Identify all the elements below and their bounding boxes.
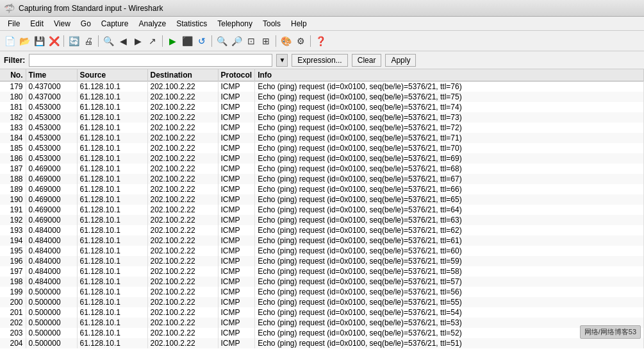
table-row[interactable]: 1800.43700061.128.10.1202.100.2.22ICMPEc… bbox=[0, 92, 644, 102]
forward-button[interactable]: ▶ bbox=[131, 34, 145, 48]
table-row[interactable]: 1810.45300061.128.10.1202.100.2.22ICMPEc… bbox=[0, 102, 644, 112]
table-row[interactable]: 1910.46900061.128.10.1202.100.2.22ICMPEc… bbox=[0, 205, 644, 215]
cell-source: 61.128.10.1 bbox=[77, 338, 147, 348]
table-row[interactable]: 1990.50000061.128.10.1202.100.2.22ICMPEc… bbox=[0, 287, 644, 297]
table-row[interactable]: 1820.45300061.128.10.1202.100.2.22ICMPEc… bbox=[0, 112, 644, 123]
cell-protocol: ICMP bbox=[218, 133, 255, 143]
capture-restart-button[interactable]: ↺ bbox=[195, 34, 209, 48]
prefs-button[interactable]: ⚙ bbox=[293, 34, 308, 48]
table-row[interactable]: 2020.50000061.128.10.1202.100.2.22ICMPEc… bbox=[0, 318, 644, 328]
cell-destination: 202.100.2.22 bbox=[147, 184, 218, 194]
capture-stop-button[interactable]: ⬛ bbox=[180, 34, 194, 48]
cell-time: 0.500000 bbox=[26, 287, 77, 297]
cell-no: 202 bbox=[0, 318, 26, 328]
menu-help[interactable]: Help bbox=[286, 18, 312, 30]
cell-info: Echo (ping) request (id=0x0100, seq(be/l… bbox=[255, 143, 644, 153]
coloring-button[interactable]: 🎨 bbox=[279, 34, 293, 48]
cell-protocol: ICMP bbox=[218, 143, 255, 153]
clear-button[interactable]: Clear bbox=[352, 54, 382, 67]
resize-columns-button[interactable]: ⊞ bbox=[259, 34, 273, 48]
cell-protocol: ICMP bbox=[218, 81, 255, 92]
zoom-in-button[interactable]: 🔍 bbox=[215, 34, 229, 48]
cell-time: 0.469000 bbox=[26, 164, 77, 174]
zoom-reset-button[interactable]: ⊡ bbox=[244, 34, 258, 48]
close-button[interactable]: ❌ bbox=[47, 34, 61, 48]
cell-no: 182 bbox=[0, 112, 26, 123]
table-row[interactable]: 1960.48400061.128.10.1202.100.2.22ICMPEc… bbox=[0, 256, 644, 266]
menu-tools[interactable]: Tools bbox=[258, 18, 286, 30]
table-row[interactable]: 1980.48400061.128.10.1202.100.2.22ICMPEc… bbox=[0, 277, 644, 287]
table-row[interactable]: 2030.50000061.128.10.1202.100.2.22ICMPEc… bbox=[0, 328, 644, 338]
cell-source: 61.128.10.1 bbox=[77, 266, 147, 277]
find-button[interactable]: 🔍 bbox=[101, 34, 115, 48]
cell-time: 0.484000 bbox=[26, 277, 77, 287]
cell-info: Echo (ping) request (id=0x0100, seq(be/l… bbox=[255, 277, 644, 287]
cell-info: Echo (ping) request (id=0x0100, seq(be/l… bbox=[255, 297, 644, 307]
cell-destination: 202.100.2.22 bbox=[147, 205, 218, 215]
col-header-info: Info bbox=[255, 69, 644, 81]
menu-edit[interactable]: Edit bbox=[25, 18, 49, 30]
table-row[interactable]: 1930.48400061.128.10.1202.100.2.22ICMPEc… bbox=[0, 225, 644, 235]
table-row[interactable]: 1850.45300061.128.10.1202.100.2.22ICMPEc… bbox=[0, 143, 644, 153]
cell-protocol: ICMP bbox=[218, 287, 255, 297]
goto-button[interactable]: ↗ bbox=[145, 34, 160, 48]
table-row[interactable]: 1940.48400061.128.10.1202.100.2.22ICMPEc… bbox=[0, 235, 644, 246]
table-row[interactable]: 1950.48400061.128.10.1202.100.2.22ICMPEc… bbox=[0, 246, 644, 256]
cell-protocol: ICMP bbox=[218, 328, 255, 338]
table-row[interactable]: 1970.48400061.128.10.1202.100.2.22ICMPEc… bbox=[0, 266, 644, 277]
col-header-source: Source bbox=[77, 69, 147, 81]
capture-start-button[interactable]: ▶ bbox=[165, 34, 179, 48]
table-row[interactable]: 1870.46900061.128.10.1202.100.2.22ICMPEc… bbox=[0, 164, 644, 174]
reload-button[interactable]: 🔄 bbox=[67, 34, 81, 48]
cell-destination: 202.100.2.22 bbox=[147, 307, 218, 318]
sep1 bbox=[63, 35, 64, 47]
table-row[interactable]: 1840.45300061.128.10.1202.100.2.22ICMPEc… bbox=[0, 133, 644, 143]
save-button[interactable]: 💾 bbox=[32, 34, 46, 48]
table-body: 1790.43700061.128.10.1202.100.2.22ICMPEc… bbox=[0, 81, 644, 349]
table-row[interactable]: 2040.50000061.128.10.1202.100.2.22ICMPEc… bbox=[0, 338, 644, 348]
help-toolbar-button[interactable]: ❓ bbox=[313, 34, 327, 48]
cell-no: 189 bbox=[0, 184, 26, 194]
open-button[interactable]: 📂 bbox=[17, 34, 31, 48]
menu-go[interactable]: Go bbox=[76, 18, 96, 30]
cell-source: 61.128.10.1 bbox=[77, 92, 147, 102]
new-button[interactable]: 📄 bbox=[3, 34, 17, 48]
menu-telephony[interactable]: Telephony bbox=[212, 18, 258, 30]
cell-info: Echo (ping) request (id=0x0100, seq(be/l… bbox=[255, 235, 644, 246]
menu-analyze[interactable]: Analyze bbox=[134, 18, 172, 30]
col-header-destination: Destination bbox=[147, 69, 218, 81]
menu-statistics[interactable]: Statistics bbox=[171, 18, 212, 30]
cell-destination: 202.100.2.22 bbox=[147, 174, 218, 184]
cell-source: 61.128.10.1 bbox=[77, 307, 147, 318]
cell-source: 61.128.10.1 bbox=[77, 143, 147, 153]
table-row[interactable]: 1920.46900061.128.10.1202.100.2.22ICMPEc… bbox=[0, 215, 644, 225]
cell-destination: 202.100.2.22 bbox=[147, 338, 218, 348]
expression-button[interactable]: Expression... bbox=[292, 54, 347, 67]
table-row[interactable]: 1880.46900061.128.10.1202.100.2.22ICMPEc… bbox=[0, 174, 644, 184]
col-header-no: No. bbox=[0, 69, 26, 81]
cell-protocol: ICMP bbox=[218, 215, 255, 225]
cell-protocol: ICMP bbox=[218, 235, 255, 246]
filter-input[interactable] bbox=[29, 54, 272, 67]
packet-table[interactable]: No. Time Source Destination Protocol Inf… bbox=[0, 69, 644, 358]
cell-no: 183 bbox=[0, 123, 26, 133]
table-row[interactable]: 2000.50000061.128.10.1202.100.2.22ICMPEc… bbox=[0, 297, 644, 307]
cell-protocol: ICMP bbox=[218, 92, 255, 102]
menu-capture[interactable]: Capture bbox=[96, 18, 134, 30]
table-row[interactable]: 1890.46900061.128.10.1202.100.2.22ICMPEc… bbox=[0, 184, 644, 194]
cell-protocol: ICMP bbox=[218, 318, 255, 328]
menu-view[interactable]: View bbox=[49, 18, 76, 30]
back-button[interactable]: ◀ bbox=[116, 34, 130, 48]
print-button[interactable]: 🖨 bbox=[81, 34, 95, 48]
table-row[interactable]: 1830.45300061.128.10.1202.100.2.22ICMPEc… bbox=[0, 123, 644, 133]
cell-no: 195 bbox=[0, 246, 26, 256]
table-row[interactable]: 2010.50000061.128.10.1202.100.2.22ICMPEc… bbox=[0, 307, 644, 318]
apply-button[interactable]: Apply bbox=[385, 54, 416, 67]
cell-no: 185 bbox=[0, 143, 26, 153]
table-row[interactable]: 1900.46900061.128.10.1202.100.2.22ICMPEc… bbox=[0, 194, 644, 205]
menu-file[interactable]: File bbox=[3, 18, 25, 30]
zoom-out-button[interactable]: 🔎 bbox=[229, 34, 244, 48]
table-row[interactable]: 1790.43700061.128.10.1202.100.2.22ICMPEc… bbox=[0, 81, 644, 92]
table-row[interactable]: 1860.45300061.128.10.1202.100.2.22ICMPEc… bbox=[0, 153, 644, 164]
filter-dropdown[interactable]: ▼ bbox=[276, 54, 288, 67]
